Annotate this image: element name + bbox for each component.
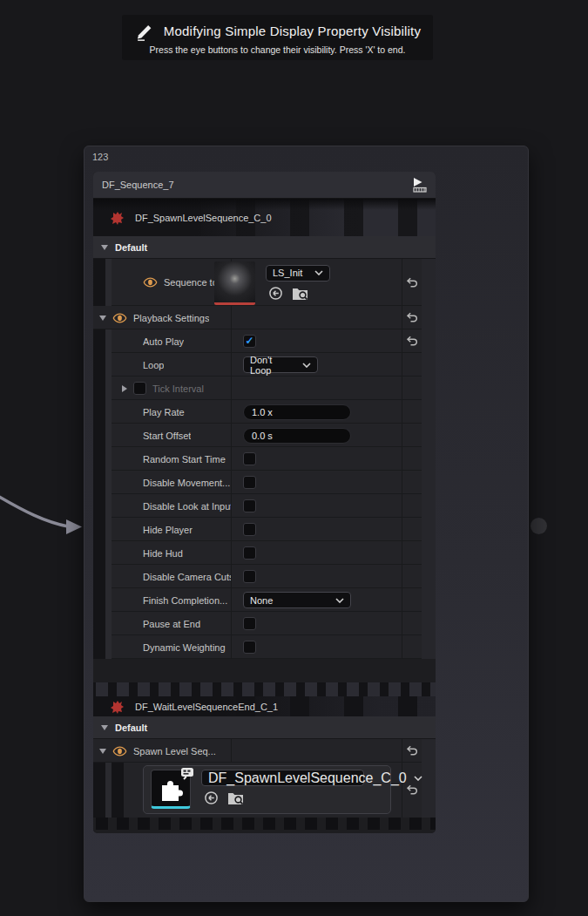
property-label: Disable Movement... (143, 478, 230, 488)
chevron-down-icon[interactable] (101, 725, 108, 730)
details-header[interactable]: DF_Sequence_7 (93, 172, 436, 199)
sequencer-icon[interactable] (411, 177, 429, 193)
graph-dot (531, 518, 547, 534)
row-finish-completion: Finish Completion... None (93, 588, 436, 612)
start-offset-field[interactable]: 0.0 s (243, 428, 351, 444)
row-disable-movement: Disable Movement... (93, 471, 436, 494)
scrollbar-gutter (422, 259, 436, 306)
sequence-thumbnail[interactable] (214, 261, 255, 305)
section-name: DF_SpawnLevelSequence_C_0 (135, 213, 272, 223)
edit-badge-icon (180, 767, 195, 780)
loop-dropdown[interactable]: Don't Loop (243, 356, 318, 373)
scrollbar-gutter (422, 400, 436, 424)
disable-look-at-input-checkbox[interactable] (243, 499, 256, 512)
spawn-level-sequence-dropdown[interactable]: DF_SpawnLevelSequence_C_0 (201, 770, 364, 786)
checkmark: ✓ (245, 336, 253, 346)
disable-movement-checkbox[interactable] (243, 476, 256, 489)
property-label: Dynamic Weighting (143, 642, 226, 653)
reset-icon[interactable] (406, 784, 418, 796)
row-spawn-level-seq: Spawn Level Seq... (93, 739, 436, 763)
property-label: Tick Interval (152, 383, 204, 394)
scrollbar-gutter (422, 424, 436, 447)
row-auto-play: Auto Play ✓ (93, 329, 436, 353)
dropdown-value: DF_SpawnLevelSequence_C_0 (208, 770, 407, 786)
use-asset-icon[interactable] (267, 286, 284, 301)
property-label: Hide Hud (143, 548, 183, 559)
dropdown-value: LS_Init (273, 268, 302, 278)
blueprint-thumbnail[interactable] (151, 770, 191, 809)
scrollbar-gutter (422, 377, 436, 400)
section-header-waitlevelsequenceend[interactable]: DF_WaitLevelSequenceEnd_C_1 (93, 696, 436, 716)
row-start-offset: Start Offset 0.0 s (93, 424, 436, 447)
row-tick-interval: Tick Interval (93, 377, 436, 400)
use-asset-icon[interactable] (203, 790, 220, 805)
row-dynamic-weighting: Dynamic Weighting (93, 635, 436, 659)
property-label: Play Rate (143, 407, 185, 417)
property-label: Disable Camera Cuts (143, 572, 231, 582)
browse-asset-icon[interactable] (227, 790, 244, 805)
hide-hud-checkbox[interactable] (243, 546, 256, 560)
reset-icon[interactable] (406, 745, 418, 757)
row-gutter (93, 259, 105, 306)
scrollbar-gutter (422, 447, 436, 471)
property-label: Finish Completion... (143, 595, 227, 606)
chevron-down-icon (302, 363, 311, 368)
scrollbar-gutter (422, 471, 436, 494)
expander-icon[interactable] (99, 749, 106, 754)
dropdown-value: Don't Loop (250, 355, 295, 376)
pause-at-end-checkbox[interactable] (243, 617, 256, 630)
property-label: Hide Player (143, 525, 193, 535)
scrollbar-gutter (422, 588, 436, 612)
expander-icon[interactable] (122, 385, 127, 392)
property-label: Pause at End (143, 619, 200, 629)
component-icon-red (111, 211, 125, 225)
row-hide-hud: Hide Hud (93, 541, 436, 565)
scrollbar-gutter (422, 329, 436, 353)
finish-completion-dropdown[interactable]: None (243, 592, 351, 608)
chevron-down-icon[interactable] (101, 245, 108, 250)
dynamic-weighting-checkbox[interactable] (243, 641, 256, 654)
instruction-banner: Modifying Simple Display Property Visibi… (122, 15, 433, 60)
random-start-time-checkbox[interactable] (243, 452, 256, 465)
filmstrip-holes (93, 682, 436, 696)
eye-icon[interactable] (112, 313, 127, 323)
tick-interval-checkbox[interactable] (133, 382, 146, 395)
browse-asset-icon[interactable] (292, 286, 308, 301)
pencil-icon (134, 21, 155, 42)
reset-icon[interactable] (406, 277, 418, 288)
sequence-asset-dropdown[interactable]: LS_Init (266, 265, 330, 282)
reset-icon[interactable] (406, 336, 418, 347)
scrollbar-gutter (422, 763, 436, 818)
sequence-node-panel: 123 DF_Sequence_7 DF_SpawnLevelSequence_… (84, 146, 529, 902)
expander-icon[interactable] (99, 316, 106, 321)
details-title: DF_Sequence_7 (102, 180, 411, 190)
category-label: Default (115, 723, 147, 733)
details-tail (93, 830, 436, 833)
play-rate-field[interactable]: 1.0 x (243, 404, 351, 420)
scrollbar-gutter (422, 739, 436, 763)
section-name: DF_WaitLevelSequenceEnd_C_1 (135, 702, 278, 712)
row-random-start-time: Random Start Time (93, 447, 436, 471)
scrollbar-gutter (422, 612, 436, 635)
hide-player-checkbox[interactable] (243, 523, 256, 536)
eye-icon[interactable] (112, 746, 127, 757)
scrollbar-gutter (422, 306, 436, 329)
category-default-1[interactable]: Default (93, 236, 436, 259)
chevron-down-icon (414, 776, 422, 781)
scrollbar-gutter (422, 494, 436, 518)
asset-picker: DF_SpawnLevelSequence_C_0 (143, 765, 391, 814)
property-label: Spawn Level Seq... (133, 746, 216, 757)
property-label: Auto Play (143, 336, 184, 347)
auto-play-checkbox[interactable]: ✓ (243, 335, 256, 348)
row-disable-look-at-input: Disable Look at Input (93, 494, 436, 518)
reset-icon[interactable] (406, 312, 418, 323)
row-playback-settings: Playback Settings (93, 306, 436, 329)
disable-camera-cuts-checkbox[interactable] (243, 570, 256, 583)
scrollbar-gutter (422, 353, 436, 377)
category-default-2[interactable]: Default (93, 716, 436, 739)
scrollbar-gutter (422, 635, 436, 659)
section-header-spawnlevelsequence[interactable]: DF_SpawnLevelSequence_C_0 (93, 199, 436, 236)
eye-icon[interactable] (143, 277, 158, 288)
chevron-down-icon (335, 598, 344, 603)
scrollbar-gutter (422, 518, 436, 541)
